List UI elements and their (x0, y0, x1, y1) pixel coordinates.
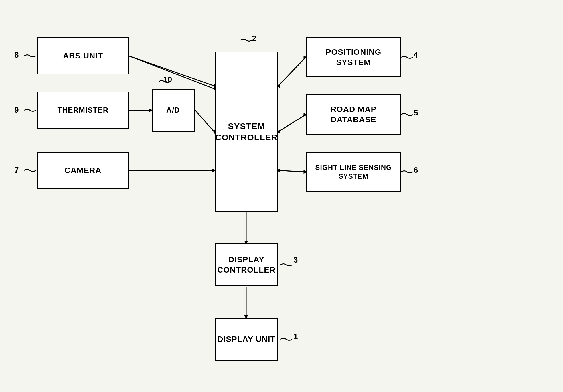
ref-3-label: 3 (293, 255, 298, 265)
ref-4-label: 4 (414, 50, 418, 60)
ref-8-label: 8 (14, 50, 19, 60)
ref-6-label: 6 (414, 166, 418, 175)
svg-line-20 (278, 170, 306, 172)
road-map-database-block: ROAD MAP DATABASE (306, 94, 401, 135)
ref-9-label: 9 (14, 105, 19, 115)
ref-7-label: 7 (14, 166, 19, 175)
svg-line-16 (278, 57, 306, 86)
sight-line-block: SIGHT LINE SENSING SYSTEM (306, 152, 401, 192)
abs-unit-block: ABS UNIT (37, 37, 129, 74)
svg-line-10 (278, 57, 306, 86)
camera-block: CAMERA (37, 152, 129, 189)
positioning-system-block: POSITIONING SYSTEM (306, 37, 401, 77)
thermister-block: THERMISTER (37, 92, 129, 129)
ref-10-label: 10 (163, 75, 172, 84)
system-controller-block: SYSTEM CONTROLLER (215, 52, 278, 212)
ad-block: A/D (152, 89, 195, 132)
block-diagram: SYSTEM CONTROLLER ABS UNIT THERMISTER CA… (0, 0, 563, 392)
svg-line-6 (195, 110, 214, 132)
svg-line-18 (278, 115, 306, 132)
ref-2-label: 2 (252, 34, 256, 43)
display-controller-block: DISPLAY CONTROLLER (215, 243, 278, 286)
svg-line-12 (278, 115, 306, 132)
ref-1-label: 1 (293, 332, 298, 341)
svg-line-14 (278, 170, 306, 172)
ref-5-label: 5 (414, 108, 418, 117)
display-unit-block: DISPLAY UNIT (215, 318, 278, 361)
